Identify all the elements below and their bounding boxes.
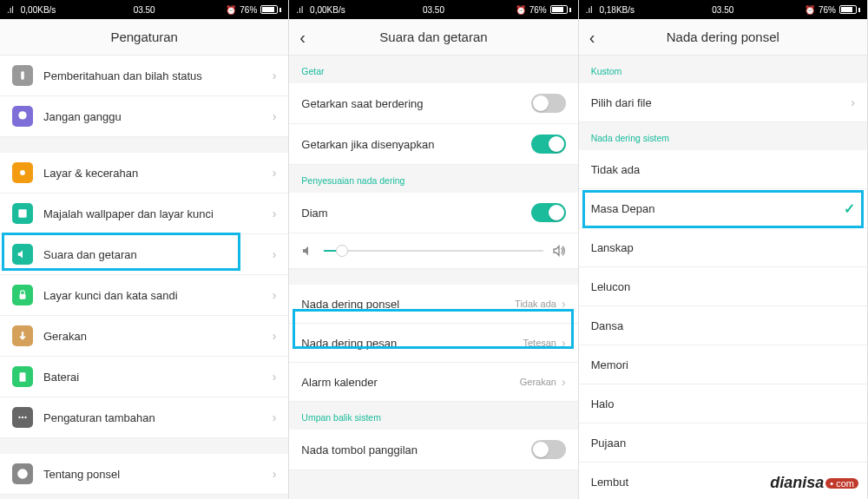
clock: 03.50 [423,5,444,15]
chevron-right-icon: › [273,207,277,220]
section-kustom: Kustom [579,56,867,83]
battery-icon [260,5,281,14]
ringtone-option[interactable]: Tidak ada [579,150,867,189]
toggle-vibrate-silent[interactable] [531,135,566,154]
item-dnd[interactable]: Jangan ganggu › [0,96,288,137]
toggle-dial[interactable] [531,440,566,459]
svg-rect-2 [18,209,26,217]
item-additional[interactable]: Pengaturan tambahan › [0,397,288,438]
battery-pct: 76% [819,5,836,15]
ringtone-option-selected[interactable]: Masa Depan ✓ [579,189,867,228]
signal-icon: .ıl [7,5,14,15]
dnd-icon [12,106,33,127]
header: ‹ Nada dering ponsel [579,19,867,56]
chevron-right-icon: › [273,329,277,343]
svg-rect-0 [21,71,24,79]
page-title: Suara dan getaran [379,30,487,44]
screen-settings: .ıl 0,00KB/s 03.50 ⏰ 76% Pengaturan Pemb… [0,0,289,499]
svg-rect-4 [20,372,26,382]
ringtone-option[interactable]: Pujaan [579,423,867,463]
chevron-right-icon: › [562,336,566,350]
svg-rect-3 [20,294,26,299]
toggle-diam[interactable] [531,203,566,222]
page-title: Nada dering ponsel [667,30,779,44]
row-ringtone[interactable]: Nada dering ponsel Tidak ada › [289,285,577,324]
volume-slider[interactable] [289,233,577,269]
check-icon: ✓ [844,200,855,217]
ringtone-option[interactable]: Lelucon [579,267,867,306]
item-gesture[interactable]: Gerakan › [0,316,288,357]
volume-high-icon [552,244,566,258]
chevron-right-icon: › [273,166,277,180]
chevron-right-icon: › [273,69,277,82]
row-diam[interactable]: Diam [289,193,577,233]
section-umpan: Umpan balik sistem [289,402,577,430]
row-dial-tone[interactable]: Nada tombol panggilan [289,430,577,470]
notification-icon [12,65,33,86]
section-penyesuaian: Penyesuaian nada dering [289,165,577,193]
row-msg-tone[interactable]: Nada dering pesan Tetesan › [289,324,577,363]
row-alarm[interactable]: Alarm kalender Gerakan › [289,363,577,402]
ringtone-option[interactable]: Halo [579,384,867,423]
section-sistem: Nada dering sistem [579,122,867,150]
alarm-icon: ⏰ [516,5,526,15]
net-speed: 0,00KB/s [310,5,345,15]
chevron-right-icon: › [273,467,277,481]
battery-icon [839,5,860,14]
status-bar: .ıl 0,18KB/s 03.50 ⏰ 76% [579,0,867,19]
item-sound[interactable]: Suara dan getaran › [0,234,288,275]
svg-point-6 [22,417,23,418]
ringtone-option[interactable]: Memori [579,345,867,384]
svg-point-5 [18,417,20,418]
header: Pengaturan [0,19,288,56]
chevron-right-icon: › [562,375,566,389]
back-button[interactable]: ‹ [299,27,306,47]
item-battery[interactable]: Baterai › [0,357,288,397]
info-icon [12,463,33,484]
toggle-vibrate-ring[interactable] [531,94,566,113]
header: ‹ Suara dan getaran [289,19,577,56]
status-bar: .ıl 0,00KB/s 03.50 ⏰ 76% [0,0,288,19]
gesture-icon [12,325,33,346]
battery-icon [550,5,571,14]
chevron-right-icon: › [273,247,277,261]
item-wallpaper[interactable]: Majalah wallpaper dan layar kunci › [0,194,288,234]
chevron-right-icon: › [273,410,277,424]
ringtone-option[interactable]: Dansa [579,306,867,345]
signal-icon: .ıl [296,5,303,15]
row-vibrate-silent[interactable]: Getarkan jika disenyapkan [289,124,577,165]
watermark: dianisa• com [770,474,858,492]
status-bar: .ıl 0,00KB/s 03.50 ⏰ 76% [289,0,577,19]
svg-point-8 [17,469,28,479]
item-about[interactable]: Tentang ponsel › [0,454,288,495]
section-getar: Getar [289,56,577,83]
more-icon [12,407,33,428]
screen-ringtone: .ıl 0,18KB/s 03.50 ⏰ 76% ‹ Nada dering p… [579,0,868,499]
clock: 03.50 [134,5,155,15]
wallpaper-icon [12,203,33,224]
svg-point-7 [24,417,26,418]
chevron-right-icon: › [273,288,277,302]
page-title: Pengaturan [110,30,178,44]
battery-pct: 76% [529,5,547,15]
battery-icon [12,366,33,387]
item-lockscreen[interactable]: Layar kunci dan kata sandi › [0,275,288,316]
net-speed: 0,00KB/s [21,5,56,15]
chevron-right-icon: › [273,109,277,123]
sound-icon [12,244,33,265]
signal-icon: .ıl [586,5,593,15]
ringtone-option[interactable]: Lanskap [579,228,867,267]
screen-sound: .ıl 0,00KB/s 03.50 ⏰ 76% ‹ Suara dan get… [289,0,578,499]
chevron-right-icon: › [851,95,855,109]
item-display[interactable]: Layar & kecerahan › [0,153,288,194]
volume-low-icon [301,244,315,258]
row-pick-file[interactable]: Pilih dari file › [579,83,867,122]
alarm-icon: ⏰ [226,5,236,15]
item-notifications[interactable]: Pemberitahuan dan bilah status › [0,56,288,96]
row-vibrate-ring[interactable]: Getarkan saat berdering [289,83,577,124]
back-button[interactable]: ‹ [589,27,595,47]
battery-pct: 76% [240,5,257,15]
clock: 03.50 [712,5,733,15]
net-speed: 0,18KB/s [599,5,635,15]
chevron-right-icon: › [562,297,566,311]
